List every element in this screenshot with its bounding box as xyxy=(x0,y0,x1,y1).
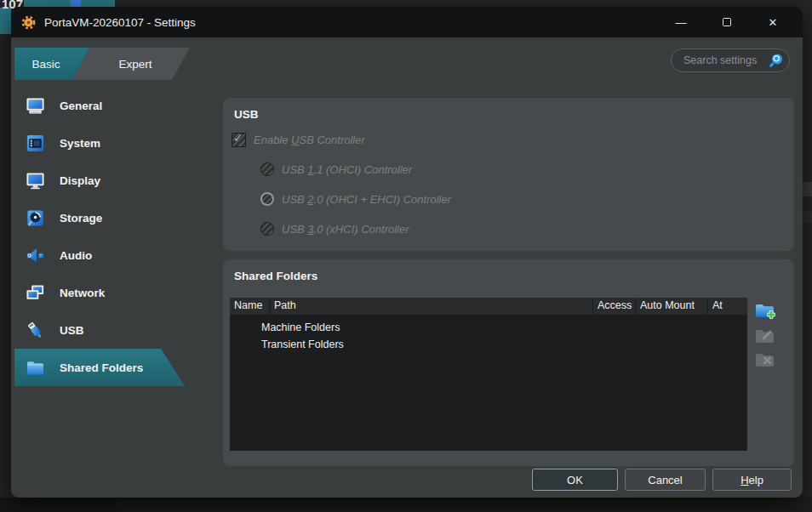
general-monitor-icon xyxy=(26,96,45,116)
maximize-icon xyxy=(723,18,731,26)
help-button[interactable]: Help xyxy=(712,469,792,491)
tab-expert-label: Expert xyxy=(118,58,152,71)
ok-button[interactable]: OK xyxy=(532,469,618,491)
usb-settings-panel: USB ✓ Enable USB Controller USB 1.1 (OHC… xyxy=(223,98,794,251)
sidebar-item-general[interactable]: General xyxy=(14,87,189,124)
add-shared-folder-button[interactable] xyxy=(755,302,775,321)
usb-2-label: USB 2.0 (OHCI + EHCI) Controller xyxy=(282,193,451,206)
usb-plug-icon xyxy=(26,321,45,340)
background-bottom-strip xyxy=(117,498,812,512)
table-row-machine-folders[interactable]: Machine Folders xyxy=(261,319,340,336)
usb-1-radio xyxy=(260,162,274,176)
sidebar-item-label: Display xyxy=(60,174,100,187)
checkmark-icon: ✓ xyxy=(233,131,243,145)
sidebar-item-audio[interactable]: Audio xyxy=(14,236,189,274)
sidebar-item-system[interactable]: System xyxy=(14,124,189,162)
sidebar-item-network[interactable]: Network xyxy=(14,274,189,311)
sidebar-item-label: System xyxy=(60,137,100,150)
column-header-name[interactable]: Name xyxy=(230,298,270,315)
search-settings-box[interactable] xyxy=(671,48,790,72)
table-header-row: Name Path Access Auto Mount At xyxy=(230,298,747,315)
sidebar-item-usb[interactable]: USB xyxy=(14,311,189,349)
shared-folder-icon xyxy=(26,358,45,378)
tab-basic-label: Basic xyxy=(31,58,60,71)
sidebar-item-label: Network xyxy=(60,287,105,299)
shared-folders-panel-title: Shared Folders xyxy=(234,270,317,282)
sidebar-item-display[interactable]: Display xyxy=(14,162,189,199)
background-window-accent xyxy=(0,8,11,34)
column-header-at[interactable]: At xyxy=(708,298,747,315)
enable-usb-controller-label: Enable USB Controller xyxy=(254,134,365,146)
cancel-button[interactable]: Cancel xyxy=(625,469,706,491)
edit-shared-folder-button xyxy=(755,327,775,346)
column-header-access[interactable]: Access xyxy=(593,298,636,315)
minimize-button[interactable]: — xyxy=(658,7,704,37)
column-header-auto-mount[interactable]: Auto Mount xyxy=(636,298,708,315)
sidebar-item-label: Audio xyxy=(60,249,92,262)
background-band xyxy=(803,212,812,223)
search-icon[interactable] xyxy=(769,53,784,68)
sidebar-item-label: Storage xyxy=(60,212,102,225)
minimize-icon: — xyxy=(676,16,687,29)
close-icon: ✕ xyxy=(769,16,778,29)
usb-2-radio xyxy=(260,192,274,206)
remove-shared-folder-button xyxy=(755,351,775,370)
shared-folders-panel: Shared Folders Name Path Access Auto Mou… xyxy=(223,259,794,466)
background-band xyxy=(803,182,812,196)
sidebar-item-storage[interactable]: Storage xyxy=(14,199,189,236)
settings-dialog: PortaVM-20260107 - Settings — ✕ Expert B… xyxy=(11,7,803,498)
close-button[interactable]: ✕ xyxy=(750,7,796,37)
column-header-path[interactable]: Path xyxy=(270,298,593,315)
usb-1-label: USB 1.1 (OHCI) Controller xyxy=(282,163,412,176)
audio-speaker-icon xyxy=(26,246,45,265)
shared-folders-table[interactable]: Name Path Access Auto Mount At Machine F… xyxy=(230,298,747,451)
background-right-strip xyxy=(803,0,812,512)
network-screens-icon xyxy=(26,283,45,303)
title-bar[interactable]: PortaVM-20260107 - Settings — ✕ xyxy=(11,7,803,37)
search-input[interactable] xyxy=(672,54,769,66)
system-chip-icon xyxy=(26,134,45,153)
gear-app-icon xyxy=(21,15,36,30)
tab-expert[interactable]: Expert xyxy=(72,48,190,80)
sidebar-item-label: General xyxy=(60,100,102,112)
storage-disk-icon xyxy=(26,208,45,228)
display-monitor-icon xyxy=(26,171,45,191)
enable-usb-controller-checkbox: ✓ xyxy=(232,133,246,147)
usb-panel-title: USB xyxy=(234,108,259,121)
window-title: PortaVM-20260107 - Settings xyxy=(44,16,196,29)
sidebar-item-label: USB xyxy=(60,324,84,337)
usb-3-label: USB 3.0 (xHCI) Controller xyxy=(282,223,409,236)
sidebar-item-label: Shared Folders xyxy=(60,361,143,374)
table-row-transient-folders[interactable]: Transient Folders xyxy=(261,336,344,353)
usb-3-radio xyxy=(260,222,274,236)
sidebar-item-shared-folders[interactable]: Shared Folders xyxy=(14,349,189,386)
maximize-button[interactable] xyxy=(704,7,750,37)
